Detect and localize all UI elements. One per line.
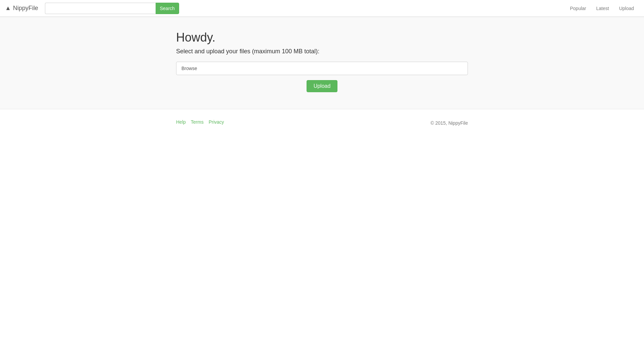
upload-section: Howdy. Select and upload your files (max… <box>0 17 644 109</box>
upload-button[interactable]: Upload <box>307 80 338 92</box>
browse-area[interactable]: Browse <box>176 62 468 75</box>
nav-popular[interactable]: Popular <box>565 1 591 16</box>
footer: Help Terms Privacy © 2015, NippyFile <box>171 109 473 133</box>
hero-title: Howdy. <box>176 31 468 45</box>
nav-latest[interactable]: Latest <box>591 1 614 16</box>
footer-link-help[interactable]: Help <box>176 119 186 125</box>
footer-row: Help Terms Privacy © 2015, NippyFile <box>176 119 468 126</box>
brand-logo[interactable]: ▲ NippyFile <box>5 5 38 12</box>
search-form: Search <box>45 3 179 14</box>
upload-icon: ▲ <box>5 5 11 12</box>
navbar: ▲ NippyFile Search Popular Latest Upload <box>0 0 644 17</box>
brand-label: NippyFile <box>13 5 38 12</box>
search-button[interactable]: Search <box>156 3 179 14</box>
browse-label: Browse <box>181 66 197 71</box>
page-wrapper: ▲ NippyFile Search Popular Latest Upload… <box>0 0 644 362</box>
nav-upload[interactable]: Upload <box>614 1 639 16</box>
footer-links: Help Terms Privacy <box>176 119 224 125</box>
footer-link-privacy[interactable]: Privacy <box>209 119 224 125</box>
hero-subtitle: Select and upload your files (maximum 10… <box>176 48 468 55</box>
footer-link-terms[interactable]: Terms <box>191 119 204 125</box>
footer-copyright: © 2015, NippyFile <box>431 120 468 126</box>
main-nav: Popular Latest Upload <box>565 1 639 16</box>
upload-btn-container: Upload <box>176 80 468 92</box>
upload-section-inner: Howdy. Select and upload your files (max… <box>171 31 473 92</box>
search-input[interactable] <box>45 3 156 14</box>
